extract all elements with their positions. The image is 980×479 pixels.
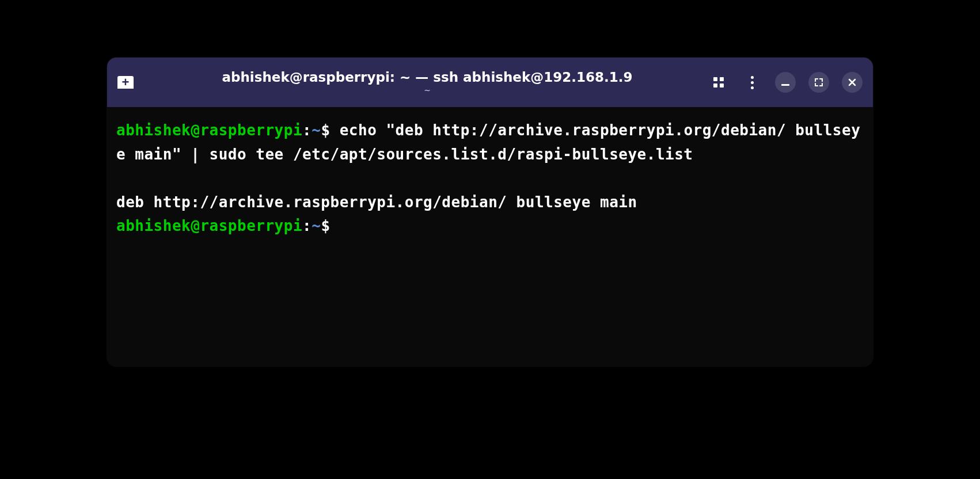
prompt-user-host: abhishek@raspberrypi <box>116 217 302 234</box>
maximize-icon <box>815 78 823 86</box>
prompt-colon: : <box>302 121 312 139</box>
menu-button[interactable] <box>742 72 762 93</box>
grid-view-button[interactable] <box>708 72 729 93</box>
blank-line <box>116 166 864 191</box>
terminal-body[interactable]: abhishek@raspberrypi:~$ echo "deb http:/… <box>107 107 873 366</box>
terminal-line: abhishek@raspberrypi:~$ echo "deb http:/… <box>116 121 860 163</box>
terminal-line: abhishek@raspberrypi:~$ <box>116 217 331 234</box>
close-button[interactable] <box>842 72 863 93</box>
grid-icon <box>713 77 724 88</box>
close-icon <box>848 78 856 86</box>
prompt-dollar: $ <box>321 121 330 139</box>
window-titlebar: abhishek@raspberrypi: ~ — ssh abhishek@1… <box>107 58 873 107</box>
minimize-icon <box>781 84 789 86</box>
maximize-button[interactable] <box>808 72 829 93</box>
prompt-user-host: abhishek@raspberrypi <box>116 121 302 139</box>
prompt-colon: : <box>302 217 312 234</box>
output-line: deb http://archive.raspberrypi.org/debia… <box>116 193 637 211</box>
terminal-window: abhishek@raspberrypi: ~ — ssh abhishek@1… <box>107 58 873 366</box>
prompt-dollar: $ <box>321 217 330 234</box>
minimize-button[interactable] <box>775 72 796 93</box>
new-tab-icon[interactable] <box>117 76 134 89</box>
titlebar-left <box>117 76 146 89</box>
titlebar-center: abhishek@raspberrypi: ~ — ssh abhishek@1… <box>146 70 708 95</box>
window-title: abhishek@raspberrypi: ~ — ssh abhishek@1… <box>222 70 633 85</box>
prompt-path: ~ <box>312 121 321 139</box>
window-subtitle: ~ <box>424 86 431 95</box>
titlebar-right <box>708 72 863 93</box>
prompt-path: ~ <box>312 217 321 234</box>
more-vertical-icon <box>751 76 754 89</box>
